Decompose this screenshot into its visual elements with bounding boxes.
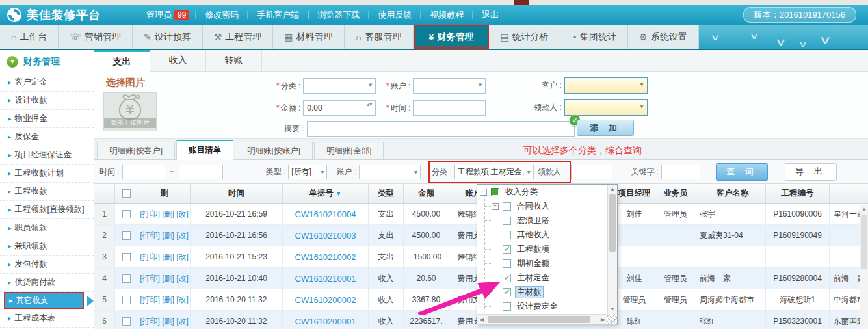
col-project-manager[interactable]: 项目经理 — [612, 184, 657, 203]
doc-number-link[interactable]: CW1610200002 — [283, 289, 369, 310]
col-customer-name[interactable]: 客户名称 — [694, 184, 766, 203]
entry-tab[interactable]: 转账 — [206, 50, 262, 71]
dropdown-vertical-scrollbar[interactable]: ▲ ▼ — [607, 185, 617, 314]
row-actions[interactable]: [打印] [删] [改] — [138, 311, 191, 329]
sidebar-title[interactable]: ▾ 财务管理 — [0, 50, 94, 73]
tree-item-label[interactable]: 宏浪卫浴 — [515, 215, 551, 227]
tree-root-label[interactable]: 收入分类 — [503, 186, 540, 198]
dropdown-horizontal-scrollbar[interactable]: ◀ ▶ — [477, 314, 607, 324]
row-actions[interactable]: [打印] [删] [改] — [138, 246, 191, 267]
pick-image-label[interactable]: 选择图片 — [106, 77, 145, 89]
sidebar-item[interactable]: 物业押金 — [0, 110, 94, 128]
sidebar-item[interactable]: 供货商付款 — [0, 274, 94, 292]
header-link[interactable]: 视频教程 — [421, 9, 473, 21]
ledger-subtab[interactable]: 账目清单 — [176, 140, 233, 160]
export-button[interactable]: 导 出 — [785, 163, 837, 181]
tree-item[interactable]: 宏浪卫浴 — [477, 213, 607, 228]
nav-item[interactable]: ¥ 财务管理 — [414, 25, 490, 49]
tree-checkbox[interactable] — [503, 217, 511, 225]
nav-item[interactable]: ▦ 材料管理 — [273, 25, 344, 49]
tree-root-item[interactable]: − 收入分类 — [477, 185, 607, 199]
nav-item[interactable]: ⌂ 工作台 — [0, 25, 59, 49]
tree-item-label[interactable]: 设计费定金 — [515, 300, 560, 313]
time-input[interactable] — [413, 100, 486, 116]
tree-root-checkbox[interactable] — [491, 188, 499, 196]
col-doc-number[interactable]: 单据号 ▼ — [283, 184, 369, 203]
tree-item[interactable]: 其他收入 — [477, 228, 607, 242]
tree-item-label[interactable]: 主材定金 — [515, 272, 551, 284]
row-checkbox[interactable] — [122, 296, 131, 304]
tree-expand-icon[interactable]: + — [492, 203, 499, 210]
tree-checkbox[interactable] — [503, 245, 511, 254]
amount-input[interactable]: 0.00 — [303, 100, 376, 116]
row-checkbox[interactable] — [122, 231, 131, 240]
sidebar-item[interactable]: 设计收款 — [0, 92, 94, 110]
col-salesperson[interactable]: 业务员 — [657, 184, 694, 203]
nav-item[interactable]: ∩ 客服管理 — [345, 25, 414, 49]
ledger-subtab[interactable]: 明细账[按客户] — [97, 142, 175, 159]
doc-number-link[interactable]: CW1610210003 — [283, 225, 369, 246]
col-delete[interactable]: 删 — [138, 184, 191, 203]
header-link[interactable]: 退出 — [473, 9, 508, 21]
add-button[interactable]: 添 加 — [577, 120, 634, 136]
col-type[interactable]: 类型 — [369, 184, 404, 203]
doc-number-link[interactable]: CW1610210002 — [283, 246, 369, 267]
nav-item[interactable]: ✎ 设计预算 — [133, 25, 203, 49]
nav-item[interactable]: ▤ 统计分析 — [489, 25, 560, 49]
ledger-subtab[interactable]: 明细账[全部] — [314, 142, 384, 159]
table-vertical-scrollbar[interactable]: ▲ — [860, 205, 868, 329]
sidebar-item[interactable]: 客户定金 — [0, 73, 94, 92]
scroll-up-icon[interactable]: ▲ — [860, 205, 868, 213]
image-upload-placeholder[interactable]: 暂未上传图片 — [103, 92, 157, 131]
ledger-subtab[interactable]: 明细账[按账户] — [235, 142, 313, 159]
category-select[interactable] — [303, 78, 376, 94]
col-time[interactable]: 时间 — [191, 184, 283, 203]
col-project-number[interactable]: 工程编号 — [766, 184, 830, 203]
sidebar-item[interactable]: 工程收款 — [0, 183, 94, 201]
sidebar-item[interactable]: 发包付款 — [0, 256, 94, 274]
filter-category-multiselect[interactable]: 工程款项,主材定金, ▾ — [454, 164, 534, 179]
tree-item[interactable]: 期初金额 — [477, 256, 607, 270]
filter-time-to-input[interactable] — [179, 164, 223, 179]
filter-account-select[interactable]: ▾ — [359, 164, 421, 179]
scrollbar-thumb[interactable] — [488, 316, 590, 323]
nav-item[interactable]: ⚒ 工程管理 — [203, 25, 274, 49]
nav-item[interactable]: ☏ 营销管理 — [59, 25, 133, 49]
row-checkbox[interactable] — [122, 274, 131, 283]
tree-item-label[interactable]: 工程款项 — [515, 243, 551, 256]
sidebar-item[interactable]: 质保金 — [0, 128, 94, 146]
tree-item-label[interactable]: 主材款 — [515, 286, 544, 298]
tree-checkbox[interactable] — [503, 259, 511, 268]
user-label[interactable]: 管理员 — [146, 9, 172, 21]
sidebar-item[interactable]: 项目经理保证金 — [0, 146, 94, 164]
scroll-down-icon[interactable]: ▼ — [608, 305, 617, 314]
row-checkbox[interactable] — [122, 210, 131, 218]
row-actions[interactable]: [打印] [删] [改] — [138, 204, 191, 224]
filter-keyword-input[interactable] — [661, 164, 700, 179]
tree-item[interactable]: 工程款项 — [477, 242, 607, 256]
sidebar-item[interactable]: 兼职领款 — [0, 237, 94, 256]
filter-payee-input[interactable] — [571, 164, 612, 179]
doc-number-link[interactable]: CW1610210004 — [283, 204, 369, 224]
notification-badge[interactable]: 99 — [174, 10, 189, 20]
scroll-right-icon[interactable]: ▶ — [598, 317, 607, 322]
tree-item[interactable]: + 合同收入 — [477, 199, 607, 213]
nav-item[interactable]: ◔ 集团统计 — [560, 25, 628, 49]
tree-item-label[interactable]: 其他收入 — [515, 229, 551, 241]
row-checkbox[interactable] — [122, 253, 131, 261]
payee-select[interactable] — [564, 99, 648, 116]
entry-tab[interactable]: 收入 — [150, 50, 206, 71]
resize-grip[interactable] — [607, 314, 617, 324]
col-amount[interactable]: 金额 — [404, 184, 449, 203]
scrollbar-thumb[interactable] — [609, 194, 616, 252]
filter-type-select[interactable]: [所有] ▾ — [288, 164, 327, 179]
doc-number-link[interactable]: CW1610200001 — [283, 311, 369, 329]
doc-number-link[interactable]: CW1610210001 — [283, 268, 369, 289]
header-link[interactable]: 使用反馈 — [369, 9, 421, 21]
tree-checkbox[interactable] — [503, 202, 511, 211]
header-link[interactable]: 手机客户端 — [248, 9, 308, 21]
row-actions[interactable]: [打印] [删] [改] — [138, 225, 191, 246]
row-actions[interactable]: [打印] [删] [改] — [138, 268, 191, 289]
row-checkbox[interactable] — [122, 317, 131, 326]
tree-item-label[interactable]: 合同收入 — [515, 200, 551, 213]
